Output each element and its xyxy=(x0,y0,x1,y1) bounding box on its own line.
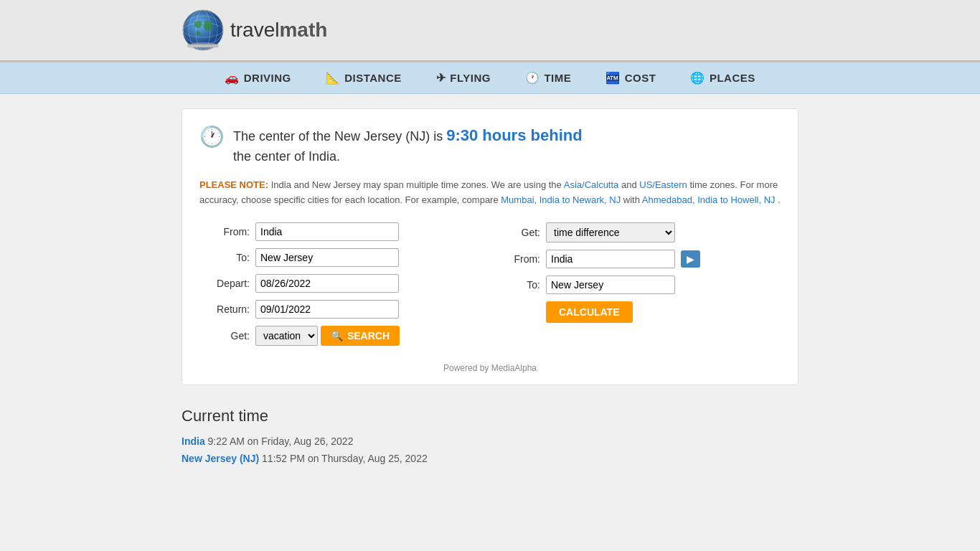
right-from-input[interactable] xyxy=(546,250,675,268)
time-icon: 🕐 xyxy=(525,71,540,85)
right-to-row: To: xyxy=(504,276,781,294)
nav-item-cost[interactable]: 🏧 COST xyxy=(588,62,673,93)
search-button[interactable]: 🔍 SEARCH xyxy=(321,326,400,346)
result-suffix: the center of India. xyxy=(233,149,340,164)
driving-icon: 🚗 xyxy=(225,71,240,85)
clock-icon: 🕐 xyxy=(199,125,225,149)
right-get-label: Get: xyxy=(504,227,540,238)
right-from-label: From: xyxy=(504,253,540,265)
result-highlight: 9:30 hours behind xyxy=(446,126,582,144)
result-prefix: The center of the xyxy=(233,129,331,143)
globe-icon xyxy=(182,9,225,52)
note-link-ahmedabad-howell[interactable]: Ahmedabad, India to Howell, NJ xyxy=(642,194,776,205)
india-time-text: 9:22 AM on Friday, Aug 26, 2022 xyxy=(208,435,354,447)
from-input[interactable] xyxy=(255,222,399,241)
left-form: From: To: Depart: Return: Get: xyxy=(199,222,476,353)
india-time-link[interactable]: India xyxy=(182,435,205,447)
main-content: 🕐 The center of the New Jersey (NJ) is 9… xyxy=(167,108,813,464)
right-from-row: From: ▶ xyxy=(504,250,781,268)
to-input[interactable] xyxy=(255,248,399,267)
note-section: PLEASE NOTE: India and New Jersey may sp… xyxy=(199,178,781,208)
get-row: Get: vacation driving flying distance ti… xyxy=(199,326,476,346)
note-link-mumbai-newark[interactable]: Mumbai, India to Newark, NJ xyxy=(501,194,621,205)
cost-icon: 🏧 xyxy=(606,71,621,85)
calculate-button[interactable]: CALCULATE xyxy=(546,301,633,323)
right-to-input[interactable] xyxy=(546,276,675,294)
nj-time-link[interactable]: New Jersey (NJ) xyxy=(182,453,259,464)
note-link-us-eastern[interactable]: US/Eastern xyxy=(639,179,687,190)
result-header: 🕐 The center of the New Jersey (NJ) is 9… xyxy=(199,123,781,166)
right-get-row: Get: time difference driving time distan… xyxy=(504,222,781,242)
time-row-nj: New Jersey (NJ) 11:52 PM on Thursday, Au… xyxy=(182,453,798,464)
return-row: Return: xyxy=(199,300,476,319)
nav-item-distance[interactable]: 📐 DISTANCE xyxy=(308,62,419,93)
svg-rect-6 xyxy=(187,44,219,47)
current-time-section: Current time India 9:22 AM on Friday, Au… xyxy=(182,407,798,464)
get-label: Get: xyxy=(199,330,250,342)
depart-input[interactable] xyxy=(255,274,399,293)
nav-item-flying[interactable]: ✈ FLYING xyxy=(419,62,508,93)
navigation: 🚗 DRIVING 📐 DISTANCE ✈ FLYING 🕐 TIME 🏧 C… xyxy=(0,62,980,94)
result-location-text: New Jersey (NJ) xyxy=(334,129,430,143)
from-label: From: xyxy=(199,226,250,237)
note-text2: and xyxy=(621,179,639,190)
time-row-india: India 9:22 AM on Friday, Aug 26, 2022 xyxy=(182,435,798,447)
depart-label: Depart: xyxy=(199,278,250,289)
distance-icon: 📐 xyxy=(326,71,341,85)
note-text4: with xyxy=(623,194,642,205)
nav-item-driving[interactable]: 🚗 DRIVING xyxy=(207,62,308,93)
swap-button[interactable]: ▶ xyxy=(681,250,700,268)
right-get-select[interactable]: time difference driving time distance fl… xyxy=(546,222,675,242)
to-row: To: xyxy=(199,248,476,267)
to-label: To: xyxy=(199,252,250,263)
note-text1: India and New Jersey may span multiple t… xyxy=(271,179,564,190)
nav-item-time[interactable]: 🕐 TIME xyxy=(508,62,588,93)
logo-text: travelmath xyxy=(230,19,327,42)
note-label: PLEASE NOTE: xyxy=(199,179,268,190)
search-icon: 🔍 xyxy=(331,330,343,342)
get-select[interactable]: vacation driving flying distance time co… xyxy=(255,326,318,346)
logo-link[interactable]: travelmath xyxy=(182,9,327,52)
depart-row: Depart: xyxy=(199,274,476,293)
right-to-label: To: xyxy=(504,279,540,291)
places-icon: 🌐 xyxy=(690,71,705,85)
result-connector: is xyxy=(433,129,443,143)
header: travelmath xyxy=(0,0,980,62)
from-row: From: xyxy=(199,222,476,241)
return-label: Return: xyxy=(199,303,250,315)
current-time-title: Current time xyxy=(182,407,798,425)
nj-time-text: 11:52 PM on Thursday, Aug 25, 2022 xyxy=(262,453,428,464)
result-text: The center of the New Jersey (NJ) is 9:3… xyxy=(233,123,583,166)
nav-item-places[interactable]: 🌐 PLACES xyxy=(673,62,772,93)
return-input[interactable] xyxy=(255,300,399,319)
form-area: From: To: Depart: Return: Get: xyxy=(199,222,781,353)
flying-icon: ✈ xyxy=(436,71,446,85)
powered-by: Powered by MediaAlpha xyxy=(199,363,781,373)
right-form: Get: time difference driving time distan… xyxy=(504,222,781,323)
result-box: 🕐 The center of the New Jersey (NJ) is 9… xyxy=(182,108,798,385)
note-text5: . xyxy=(778,194,781,205)
note-link-asia-calcutta[interactable]: Asia/Calcutta xyxy=(564,179,619,190)
